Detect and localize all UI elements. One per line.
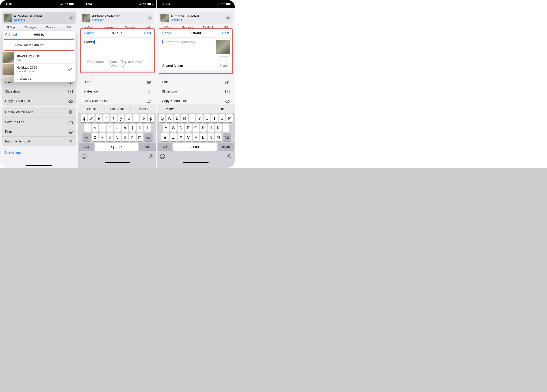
action-import-acrobat[interactable]: Import to Acrobat [2, 136, 76, 146]
album-row-0[interactable]: Tower Day 2019 You [3, 52, 75, 63]
key-h[interactable]: h [122, 124, 128, 132]
app-airdrop[interactable]: AirDrop [7, 26, 14, 29]
cancel-button[interactable]: Cancel [162, 31, 172, 35]
action-hide[interactable]: Hide [159, 77, 233, 87]
key-d[interactable]: D [178, 124, 184, 132]
album-name-input[interactable]: Plants [84, 40, 151, 44]
edit-actions-link[interactable]: Edit Actions… [0, 147, 78, 158]
app-mail[interactable]: Mail [145, 26, 150, 29]
close-share-button[interactable] [147, 15, 152, 20]
shift-key[interactable] [161, 133, 169, 141]
post-button[interactable]: Post [222, 31, 229, 35]
backspace-key[interactable] [223, 133, 231, 141]
key-s[interactable]: s [92, 124, 98, 132]
keyboard[interactable]: MerryIThe QWERTYUIOP ASDFGHJKL ZXCVBNM 1… [157, 105, 235, 168]
key-i[interactable]: I [211, 114, 218, 122]
key-g[interactable]: g [114, 124, 121, 132]
keyboard-suggestions[interactable]: MerryIThe [157, 105, 235, 113]
key-t[interactable]: t [110, 114, 117, 122]
keyboard-row-1[interactable]: QWERTYUIOP [157, 113, 235, 122]
key-e[interactable]: E [174, 114, 180, 122]
key-a[interactable]: a [84, 124, 91, 132]
keyboard-row-2[interactable]: ASDFGHJKL [157, 122, 235, 132]
key-j[interactable]: j [129, 124, 136, 132]
action-hide[interactable]: Hide [81, 77, 154, 87]
dictation-key-icon[interactable] [148, 154, 154, 159]
key-b[interactable]: B [200, 133, 207, 141]
app-airdrop[interactable]: AirDrop [85, 26, 93, 29]
key-m[interactable]: m [137, 133, 143, 141]
key-s[interactable]: S [170, 124, 177, 132]
keyboard-suggestions[interactable]: "Plants"PlantSnapPlant's [78, 105, 157, 113]
action-create-watch-face[interactable]: Create Watch Face [2, 107, 76, 117]
key-q[interactable]: Q [159, 114, 165, 122]
key-z[interactable]: z [92, 133, 98, 141]
key-r[interactable]: R [181, 114, 188, 122]
home-indicator[interactable] [26, 165, 52, 166]
key-x[interactable]: X [178, 133, 184, 141]
key-c[interactable]: c [107, 133, 113, 141]
key-w[interactable]: W [166, 114, 173, 122]
album-row-2[interactable]: Furbabies [3, 75, 75, 82]
key-u[interactable]: u [125, 114, 132, 122]
key-v[interactable]: V [193, 133, 199, 141]
key-e[interactable]: e [96, 114, 102, 122]
share-options-link[interactable]: Options [92, 18, 121, 21]
space-key[interactable]: space [173, 143, 217, 151]
emoji-key-icon[interactable] [81, 154, 87, 159]
app-messages[interactable]: Messages [25, 26, 36, 29]
shift-key[interactable] [82, 133, 91, 141]
emoji-key-icon[interactable] [160, 154, 165, 159]
next-button[interactable]: Next [144, 31, 151, 35]
app-facebook[interactable]: Facebook [125, 26, 135, 29]
back-to-icloud-button[interactable]: iCloud [5, 33, 17, 37]
close-share-button[interactable] [225, 15, 231, 20]
key-z[interactable]: Z [170, 133, 177, 141]
return-key[interactable]: return [139, 143, 156, 151]
action-slideshow[interactable]: Slideshow [159, 87, 233, 96]
key-j[interactable]: J [208, 124, 214, 132]
key-r[interactable]: r [103, 114, 109, 122]
home-indicator[interactable] [183, 162, 209, 163]
key-h[interactable]: H [200, 124, 207, 132]
key-o[interactable]: o [140, 114, 147, 122]
key-t[interactable]: T [189, 114, 195, 122]
return-key[interactable]: return [218, 143, 234, 151]
action-print[interactable]: Print [2, 127, 76, 136]
keyboard[interactable]: "Plants"PlantSnapPlant's qwertyuiop asdf… [78, 105, 157, 168]
share-options-link[interactable]: Options [14, 18, 42, 21]
key-y[interactable]: Y [196, 114, 203, 122]
key-v[interactable]: v [114, 133, 121, 141]
space-key[interactable]: space [95, 143, 138, 151]
share-options-link[interactable]: Options [171, 18, 199, 21]
app-facebook[interactable]: Facebook [46, 26, 57, 29]
app-airdrop[interactable]: AirDrop [163, 26, 171, 29]
app-mail[interactable]: Mail [224, 26, 228, 29]
action-slideshow[interactable]: Slideshow [81, 87, 154, 96]
action-slideshow[interactable]: Slideshow [2, 87, 76, 96]
key-u[interactable]: U [204, 114, 210, 122]
app-mail[interactable]: Mail [67, 26, 71, 29]
key-p[interactable]: p [148, 114, 154, 122]
keyboard-row-3[interactable]: ZXCVBNM [157, 132, 235, 141]
key-w[interactable]: w [88, 114, 95, 122]
action-save-to-files[interactable]: Save to Files [2, 117, 76, 127]
key-f[interactable]: F [185, 124, 192, 132]
keyboard-row-2[interactable]: asdfghjkl [78, 122, 157, 132]
key-l[interactable]: l [144, 124, 150, 132]
shared-album-picker-row[interactable]: Shared Album Plants [159, 61, 232, 70]
key-a[interactable]: A [163, 124, 169, 132]
numbers-key[interactable]: 123 [157, 143, 172, 151]
keyboard-row-1[interactable]: qwertyuiop [78, 113, 157, 122]
key-n[interactable]: n [129, 133, 136, 141]
action-copy-icloud-link[interactable]: Copy iCloud Link [2, 96, 76, 106]
keyboard-row-3[interactable]: zxcvbnm [78, 132, 157, 141]
album-row-1[interactable]: Holidays 2020 You and 2 more [3, 63, 75, 75]
key-q[interactable]: q [81, 114, 87, 122]
key-f[interactable]: f [107, 124, 113, 132]
key-l[interactable]: L [223, 124, 229, 132]
key-k[interactable]: k [137, 124, 143, 132]
key-o[interactable]: O [219, 114, 225, 122]
key-g[interactable]: G [193, 124, 199, 132]
key-c[interactable]: C [185, 133, 192, 141]
